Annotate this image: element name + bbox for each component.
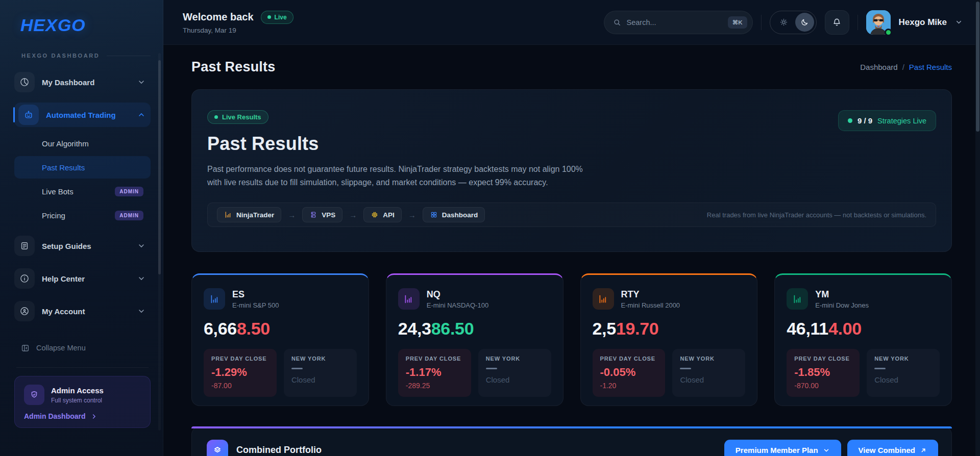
session-status: Closed — [680, 375, 738, 384]
sidebar-nav: My Dashboard Automated Trading Our Algor… — [14, 70, 151, 332]
data-pipeline-bar: NinjaTrader → VPS → API → Das — [207, 202, 936, 227]
shield-check-icon — [24, 385, 44, 405]
document-icon — [14, 236, 35, 256]
session-label: NEW YORK — [874, 356, 932, 362]
session-status: Closed — [486, 375, 544, 384]
sidebar-subitem-live-bots[interactable]: Live Bots ADMIN — [14, 180, 151, 202]
breadcrumb: Dashboard / Past Results — [860, 63, 952, 71]
divider — [107, 56, 151, 56]
admin-badge: ADMIN — [115, 187, 143, 196]
sidebar-scrollbar-thumb[interactable] — [158, 60, 161, 274]
search-input[interactable] — [627, 18, 723, 27]
view-combined-button[interactable]: View Combined — [847, 440, 938, 456]
chevron-down-icon[interactable] — [955, 18, 963, 26]
pipeline-chip-label: VPS — [322, 211, 335, 219]
new-york-session-box: NEW YORK Closed — [284, 349, 357, 397]
breadcrumb-current: Past Results — [909, 63, 952, 71]
bar-chart-icon — [398, 288, 420, 310]
live-badge-label: Live — [275, 14, 287, 21]
session-status: Closed — [874, 375, 932, 384]
change-percent: -0.05% — [600, 366, 658, 379]
prev-close-label: PREV DAY CLOSE — [211, 356, 269, 362]
change-absolute: -289.25 — [406, 382, 463, 390]
hero-title: Past Results — [207, 133, 936, 155]
chevron-up-icon — [137, 111, 145, 119]
sidebar-item-automated-trading[interactable]: Automated Trading — [14, 103, 151, 127]
pipeline-chip-label: API — [383, 211, 395, 219]
market-name: E-mini Russell 2000 — [621, 301, 680, 309]
admin-dashboard-link[interactable]: Admin Dashboard — [24, 412, 142, 420]
premium-member-plan-button[interactable]: Premium Member Plan — [724, 440, 841, 456]
change-absolute: -87.00 — [211, 382, 269, 390]
pie-chart-icon — [14, 72, 35, 92]
strategies-live-badge: 9 / 9 Strategies Live — [838, 110, 936, 131]
market-name: E-mini NASDAQ-100 — [427, 301, 488, 309]
sidebar-item-setup-guides[interactable]: Setup Guides — [14, 234, 151, 258]
avatar[interactable] — [866, 10, 891, 35]
arrow-right-icon: → — [408, 211, 416, 219]
strategies-count: 9 / 9 — [857, 116, 872, 125]
combined-portfolio-title: Combined Portfolio — [236, 445, 322, 455]
breadcrumb-separator: / — [902, 63, 904, 71]
notifications-button[interactable] — [825, 10, 849, 35]
chip-icon — [371, 211, 379, 219]
sidebar-item-help-center[interactable]: Help Center — [14, 266, 151, 291]
pipeline-chip-label: Dashboard — [442, 211, 478, 219]
theme-toggle[interactable] — [770, 11, 817, 34]
chevron-down-icon — [823, 447, 830, 454]
market-price: 6,668.50 — [204, 319, 357, 339]
sidebar-item-label: Setup Guides — [42, 242, 130, 250]
change-percent: -1.85% — [794, 366, 852, 379]
market-card-es: ES E-mini S&P 500 6,668.50 PREV DAY CLOS… — [191, 273, 369, 406]
divider — [761, 15, 762, 30]
market-card-nq: NQ E-mini NASDAQ-100 24,386.50 PREV DAY … — [386, 273, 564, 406]
market-price: 24,386.50 — [398, 319, 551, 339]
sidebar-subitem-our-algorithm[interactable]: Our Algorithm — [14, 132, 151, 155]
layers-icon — [207, 440, 228, 456]
arrow-up-right-icon — [920, 447, 927, 454]
app-root: HEXGO HEXGO DASHBOARD My Dashboard Autom… — [0, 0, 980, 456]
page-scrollbar[interactable] — [975, 0, 980, 456]
user-name: Hexgo Mike — [899, 17, 947, 28]
robot-icon — [18, 105, 39, 125]
collapse-menu-button[interactable]: Collapse Menu — [20, 338, 151, 358]
market-symbol: ES — [232, 289, 279, 300]
view-combined-label: View Combined — [859, 446, 915, 454]
sun-icon[interactable] — [772, 17, 795, 27]
prev-day-close-box: PREV DAY CLOSE -0.05% -1.20 — [593, 349, 666, 397]
bar-chart-icon — [787, 288, 808, 310]
live-dot-icon — [267, 15, 271, 19]
admin-card-subtitle: Full system control — [51, 397, 104, 404]
sidebar-item-my-account[interactable]: My Account — [14, 299, 151, 323]
sidebar-subitem-past-results[interactable]: Past Results — [14, 156, 151, 179]
breadcrumb-dashboard[interactable]: Dashboard — [860, 63, 897, 71]
prev-close-label: PREV DAY CLOSE — [600, 356, 658, 362]
search-shortcut-kbd: ⌘K — [728, 16, 747, 29]
moon-icon[interactable] — [795, 13, 814, 32]
admin-badge: ADMIN — [115, 211, 143, 220]
search-box[interactable]: ⌘K — [604, 11, 753, 34]
new-york-session-box: NEW YORK Closed — [867, 349, 940, 397]
online-status-dot — [885, 29, 892, 36]
sidebar-scrollbar[interactable] — [158, 53, 161, 430]
live-status-badge: Live — [261, 11, 293, 24]
chevron-down-icon — [137, 307, 145, 315]
market-name: E-mini Dow Jones — [815, 301, 869, 309]
sidebar-item-my-dashboard[interactable]: My Dashboard — [14, 70, 151, 94]
market-price: 46,114.00 — [787, 319, 940, 339]
admin-card-title: Admin Access — [51, 386, 104, 395]
dash-icon — [486, 368, 497, 369]
current-date: Thursday, Mar 19 — [183, 27, 293, 34]
automated-trading-submenu: Our Algorithm Past Results Live Bots ADM… — [14, 132, 151, 226]
hexgo-logo: HEXGO — [20, 15, 151, 35]
prev-close-label: PREV DAY CLOSE — [794, 356, 852, 362]
premium-plan-label: Premium Member Plan — [736, 446, 818, 454]
admin-access-card: Admin Access Full system control Admin D… — [14, 376, 151, 428]
subitem-label: Past Results — [42, 163, 85, 172]
sidebar-subitem-pricing[interactable]: Pricing ADMIN — [14, 204, 151, 226]
user-circle-icon — [14, 301, 35, 321]
chevron-right-icon — [91, 413, 97, 420]
page-scrollbar-thumb[interactable] — [976, 2, 979, 132]
new-york-session-box: NEW YORK Closed — [672, 349, 745, 397]
dash-icon — [291, 368, 303, 369]
